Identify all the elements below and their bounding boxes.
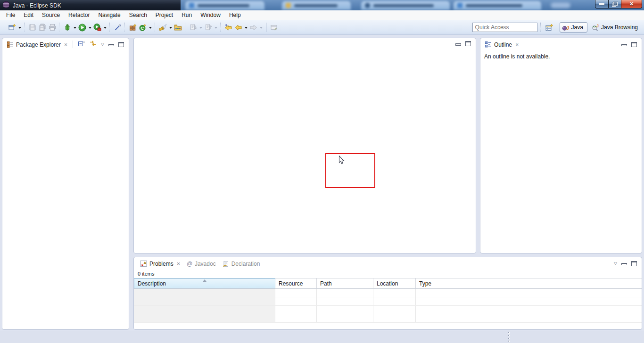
toolbar-separator <box>266 23 266 32</box>
toolbar-separator <box>59 23 60 32</box>
package-explorer-header: Package Explorer ✕ ▽ <box>2 38 129 50</box>
menu-help[interactable]: Help <box>225 11 245 19</box>
run-dropdown[interactable] <box>87 22 92 33</box>
maximize-view-button[interactable] <box>631 261 637 266</box>
minimize-view-button[interactable] <box>108 44 114 46</box>
menu-run[interactable]: Run <box>177 11 196 19</box>
tab-package-explorer[interactable]: Package Explorer ✕ <box>3 39 71 50</box>
statusbar-grip-handle[interactable] <box>508 332 510 342</box>
minimize-view-button[interactable] <box>621 44 627 46</box>
tab-declaration[interactable]: Declaration <box>219 258 264 269</box>
quick-access-input[interactable] <box>472 23 537 32</box>
java-browsing-icon: J <box>592 24 599 31</box>
debug-dropdown[interactable] <box>72 22 77 33</box>
pin-editor-button[interactable] <box>269 22 279 33</box>
menu-refactor[interactable]: Refactor <box>64 11 94 19</box>
close-tab-icon[interactable]: ✕ <box>177 261 181 266</box>
tab-outline[interactable]: Outline ✕ <box>481 39 522 50</box>
window-restore-button[interactable] <box>608 0 621 8</box>
back-dropdown[interactable] <box>243 22 248 33</box>
toggle-mark-occurrences-icon <box>114 24 122 31</box>
column-header-description[interactable]: Description <box>134 278 275 288</box>
maximize-view-button[interactable] <box>118 42 124 47</box>
eclipse-window: Java - Eclipse SDK ✕ File Edit Source Re… <box>0 0 644 343</box>
maximize-view-button[interactable] <box>631 42 637 47</box>
menu-search[interactable]: Search <box>125 11 151 19</box>
open-perspective-button[interactable] <box>545 22 554 33</box>
new-wizard-button[interactable] <box>7 22 17 33</box>
title-bar: Java - Eclipse SDK ✕ <box>0 0 644 10</box>
package-explorer-icon <box>7 41 14 48</box>
toggle-mark-occurrences-button[interactable] <box>113 22 123 33</box>
collapse-all-button[interactable] <box>78 40 85 49</box>
chevron-down-icon <box>245 27 248 30</box>
forward-dropdown[interactable] <box>258 22 264 33</box>
chevron-down-icon <box>149 27 152 30</box>
menu-edit[interactable]: Edit <box>19 11 38 19</box>
run-external-tools-dropdown[interactable] <box>102 22 107 33</box>
eclipse-logo-icon <box>2 1 10 10</box>
minimize-icon <box>599 3 604 5</box>
run-external-tools-button[interactable] <box>92 22 102 33</box>
open-task-button[interactable] <box>173 22 183 33</box>
perspective-java-browsing-button[interactable]: J Java Browsing <box>589 23 640 32</box>
column-header-path[interactable]: Path <box>317 278 373 288</box>
tab-outline-label: Outline <box>494 41 512 48</box>
previous-annotation-icon <box>205 24 212 31</box>
background-browser-tab <box>361 1 450 10</box>
search-button[interactable] <box>158 22 168 33</box>
new-java-class-dropdown[interactable] <box>148 22 153 33</box>
window-controls: ✕ <box>595 0 642 8</box>
forward-button[interactable] <box>248 22 258 33</box>
next-annotation-button[interactable] <box>188 22 198 33</box>
print-icon <box>49 24 56 31</box>
menu-navigate[interactable]: Navigate <box>94 11 124 19</box>
menu-source[interactable]: Source <box>38 11 64 19</box>
link-with-editor-button[interactable] <box>89 40 97 49</box>
window-close-button[interactable]: ✕ <box>621 0 642 8</box>
package-explorer-body <box>2 50 129 329</box>
close-tab-icon[interactable]: ✕ <box>64 42 68 47</box>
open-perspective-icon <box>545 24 553 32</box>
view-menu-icon[interactable]: ▽ <box>101 42 104 47</box>
perspective-java-button[interactable]: J Java <box>560 22 587 33</box>
minimize-view-button[interactable] <box>621 263 627 265</box>
save-button[interactable] <box>27 22 37 33</box>
view-menu-icon[interactable]: ▽ <box>614 261 617 266</box>
minimize-editor-button[interactable] <box>455 43 461 46</box>
previous-annotation-dropdown[interactable] <box>213 22 218 33</box>
save-all-button[interactable] <box>37 22 47 33</box>
debug-icon <box>64 24 71 31</box>
back-icon <box>234 24 242 32</box>
back-button[interactable] <box>233 22 243 33</box>
table-row <box>134 314 642 323</box>
new-java-class-button[interactable]: C <box>138 22 148 33</box>
new-wizard-dropdown[interactable] <box>17 22 22 33</box>
run-button[interactable] <box>77 22 87 33</box>
table-row <box>134 289 642 297</box>
debug-button[interactable] <box>62 22 72 33</box>
search-dropdown[interactable] <box>168 22 173 33</box>
chevron-down-icon <box>199 27 202 30</box>
java-perspective-icon: J <box>562 24 570 31</box>
maximize-editor-button[interactable] <box>465 41 471 46</box>
column-header-type[interactable]: Type <box>416 278 458 288</box>
tab-javadoc[interactable]: @ Javadoc <box>183 258 219 269</box>
menu-window[interactable]: Window <box>196 11 225 19</box>
menu-project[interactable]: Project <box>151 11 177 19</box>
last-edit-location-button[interactable] <box>223 22 233 33</box>
print-button[interactable] <box>47 22 57 33</box>
menu-file[interactable]: File <box>2 11 19 19</box>
column-header-resource[interactable]: Resource <box>275 278 317 288</box>
problems-header: Problems ✕ @ Javadoc Declaration ▽ <box>134 257 642 270</box>
column-header-location[interactable]: Location <box>373 278 416 288</box>
window-minimize-button[interactable] <box>595 0 609 8</box>
new-java-project-button[interactable] <box>128 22 138 33</box>
next-annotation-dropdown[interactable] <box>198 22 203 33</box>
previous-annotation-button[interactable] <box>203 22 213 33</box>
problems-items-count: 0 items <box>134 270 642 278</box>
perspective-java-label: Java <box>571 24 583 31</box>
tab-problems[interactable]: Problems ✕ <box>137 258 183 269</box>
tab-problems-label: Problems <box>149 261 173 267</box>
close-tab-icon[interactable]: ✕ <box>515 42 519 47</box>
